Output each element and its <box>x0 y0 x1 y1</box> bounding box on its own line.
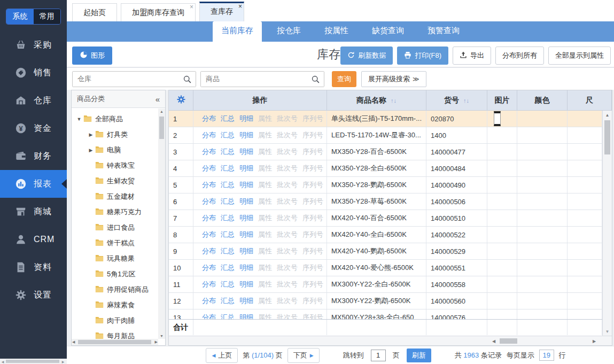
table-row[interactable]: 11 分布 汇总 明细 属性 批次号 序列号 MX300Y-Y22-全白-650… <box>169 276 602 293</box>
warehouse-input[interactable] <box>73 72 196 87</box>
detail-link[interactable]: 明细 <box>239 164 253 173</box>
toggle-system[interactable]: 系统 <box>6 9 34 24</box>
caret-icon[interactable]: ▼ <box>75 117 83 122</box>
distribution-link[interactable]: 分布 <box>202 280 216 289</box>
per-page-input[interactable]: 19 <box>539 350 554 361</box>
summary-link[interactable]: 汇总 <box>221 313 235 319</box>
category-tree-item[interactable]: 进口食品 <box>72 220 165 235</box>
column-header-item-number[interactable]: 货号 ↑↓ <box>426 90 487 110</box>
sidebar-item-reports[interactable]: 报表 <box>0 170 67 198</box>
summary-link[interactable]: 汇总 <box>221 180 235 190</box>
column-settings[interactable] <box>169 90 193 110</box>
table-row[interactable]: 9 分布 汇总 明细 属性 批次号 序列号 MX420-Y40-鹦鹉-6500K… <box>169 243 602 260</box>
table-row[interactable]: 12 分布 汇总 明细 属性 批次号 序列号 MX300Y-Y22-鹦鹉-650… <box>169 293 602 309</box>
detail-link[interactable]: 明细 <box>239 313 253 319</box>
print-button[interactable]: 打印(F8) <box>397 47 448 65</box>
sidebar-item-data[interactable]: 资料 <box>0 253 67 281</box>
column-header-product-name[interactable]: 商品名称 ↑↓ <box>327 90 426 110</box>
category-tree-item[interactable]: 钟表珠宝 <box>72 158 165 173</box>
scroll-down-icon[interactable]: ▼ <box>603 329 612 334</box>
table-row[interactable]: 5 分布 汇总 明细 属性 批次号 序列号 MX350-Y28-鹦鹉-6500K… <box>169 177 602 193</box>
table-row[interactable]: 2 分布 汇总 明细 属性 批次号 序列号 LED-T5-1170-14W-星睿… <box>169 127 602 144</box>
tab-by-warehouse[interactable]: 按仓库 <box>268 21 309 42</box>
summary-link[interactable]: 汇总 <box>221 296 235 306</box>
scroll-left-icon[interactable]: ◀ <box>492 339 495 344</box>
toggle-common[interactable]: 常用 <box>34 9 61 24</box>
table-row[interactable]: 4 分布 汇总 明细 属性 批次号 序列号 MX350-Y28-全白-6500K… <box>169 160 602 177</box>
tab-check-inventory[interactable]: 查库存 × <box>199 2 244 21</box>
distribution-link[interactable]: 分布 <box>202 230 216 239</box>
category-tree-item[interactable]: ▶ 灯具类 <box>72 127 165 142</box>
sort-icon[interactable]: ↑↓ <box>391 97 397 104</box>
scroll-right-icon[interactable]: ▶ <box>60 360 66 363</box>
scroll-up-icon[interactable]: ▲ <box>603 113 612 118</box>
scrollbar-thumb[interactable] <box>604 120 610 154</box>
query-button[interactable]: 查询 <box>332 71 356 87</box>
scroll-right-icon[interactable]: ▶ <box>155 340 158 344</box>
scroll-down-icon[interactable]: ▼ <box>158 334 165 338</box>
collapse-panel-icon[interactable]: « <box>156 95 160 104</box>
product-input[interactable] <box>201 72 324 87</box>
table-row[interactable]: 10 分布 汇总 明细 属性 批次号 序列号 MX420-Y40-爱心熊-650… <box>169 260 602 276</box>
sidebar-item-warehouse[interactable]: 仓库 <box>0 87 67 114</box>
table-row[interactable]: 1 分布 汇总 明细 属性 批次号 序列号 单头连线(三插)-T5-170mm-… <box>169 111 602 127</box>
table-row[interactable]: 3 分布 汇总 明细 属性 批次号 序列号 MX350-Y28-百合-6500K… <box>169 144 602 160</box>
sidebar-item-mall[interactable]: 商城 <box>0 198 67 226</box>
caret-icon[interactable]: ▶ <box>87 132 95 137</box>
summary-link[interactable]: 汇总 <box>221 164 235 173</box>
table-row[interactable]: 13 分布 汇总 明细 属性 批次号 序列号 MX500Y-Y28+38-全白-… <box>169 309 602 319</box>
table-vertical-scrollbar[interactable]: ▲ ▼ <box>602 111 612 336</box>
category-tree-item[interactable]: ▶ 电脑 <box>72 142 165 158</box>
summary-link[interactable]: 汇总 <box>221 213 235 223</box>
sidebar-item-purchase[interactable]: 采购 <box>0 31 67 59</box>
jump-page-input[interactable] <box>371 350 386 361</box>
column-header-image[interactable]: 图片 <box>487 90 517 110</box>
distribution-link[interactable]: 分布 <box>202 164 216 173</box>
sidebar-horizontal-scrollbar[interactable]: ◀ ▶ <box>0 359 67 364</box>
tab-franchise-inventory[interactable]: 加盟商库存查询 × <box>121 3 196 21</box>
detail-link[interactable]: 明细 <box>239 213 253 223</box>
category-tree-item[interactable]: 生鲜农贸 <box>72 173 165 189</box>
distribution-link[interactable]: 分布 <box>202 130 216 140</box>
scrollbar-thumb[interactable] <box>6 360 59 363</box>
category-vertical-scrollbar[interactable]: ▲ ▼ <box>158 109 165 339</box>
tab-stockout-query[interactable]: 缺货查询 <box>363 21 413 42</box>
table-row[interactable]: 8 分布 汇总 明细 属性 批次号 序列号 MX420-Y40-全白-6500K… <box>169 227 602 243</box>
detail-link[interactable]: 明细 <box>239 246 253 256</box>
detail-link[interactable]: 明细 <box>239 280 253 289</box>
detail-link[interactable]: 明细 <box>239 296 253 306</box>
summary-link[interactable]: 汇总 <box>221 246 235 256</box>
category-tree-item[interactable]: 每月新品 <box>72 328 165 339</box>
column-header-color[interactable]: 颜色 <box>517 90 568 110</box>
category-tree-item[interactable]: 五金建材 <box>72 189 165 204</box>
advanced-search-button[interactable]: 展开高级搜索 ≫ <box>361 71 426 87</box>
detail-link[interactable]: 明细 <box>239 114 253 123</box>
scroll-left-icon[interactable]: ◀ <box>0 360 5 363</box>
search-icon[interactable] <box>311 75 320 86</box>
category-tree-item[interactable]: 肉干肉脯 <box>72 313 165 328</box>
scrollbar-thumb[interactable] <box>78 340 151 344</box>
summary-link[interactable]: 汇总 <box>221 197 235 206</box>
distribution-link[interactable]: 分布 <box>202 213 216 223</box>
search-icon[interactable] <box>183 75 192 86</box>
prev-page-button[interactable]: ◀ 上页 <box>206 348 238 363</box>
distribute-all-button[interactable]: 分布到所有 <box>495 47 544 65</box>
column-header-size[interactable]: 尺 <box>568 90 612 110</box>
summary-link[interactable]: 汇总 <box>221 263 235 273</box>
detail-link[interactable]: 明细 <box>239 180 253 190</box>
distribution-link[interactable]: 分布 <box>202 180 216 190</box>
distribution-link[interactable]: 分布 <box>202 296 216 306</box>
summary-link[interactable]: 汇总 <box>221 130 235 140</box>
caret-icon[interactable]: ▶ <box>87 148 95 153</box>
detail-link[interactable]: 明细 <box>239 130 253 140</box>
category-tree-item[interactable]: ▼ 全部商品 <box>72 111 165 127</box>
table-horizontal-scrollbar[interactable]: ◀ ▶ <box>169 336 612 345</box>
chart-button[interactable]: 图形 <box>72 47 112 65</box>
distribution-link[interactable]: 分布 <box>202 246 216 256</box>
detail-link[interactable]: 明细 <box>239 230 253 239</box>
sidebar-item-funds[interactable]: ¥ 资金 <box>0 114 67 142</box>
gear-icon[interactable] <box>176 95 186 106</box>
scrollbar-thumb[interactable] <box>159 117 164 139</box>
sidebar-item-settings[interactable]: 设置 <box>0 281 67 309</box>
sidebar-item-crm[interactable]: CRM <box>0 226 67 253</box>
